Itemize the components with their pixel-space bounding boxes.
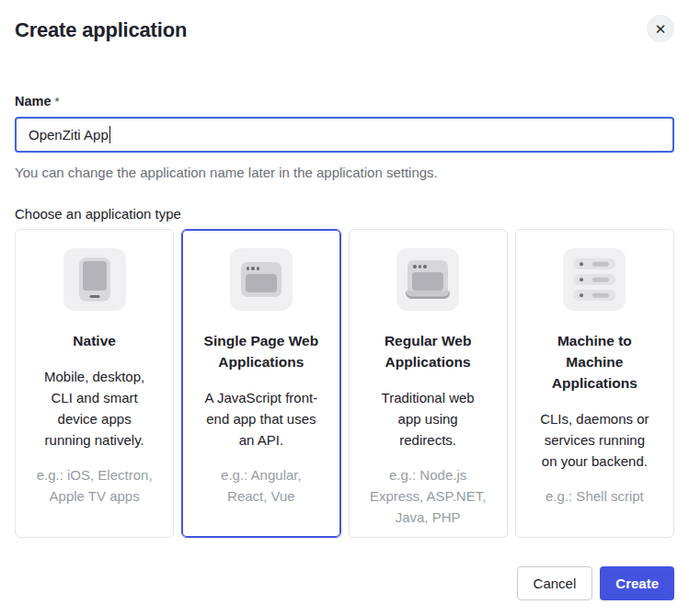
card-description: A JavaScript front-end app that uses an … [182,387,339,451]
card-example: e.g.: iOS, Electron, Apple TV apps [16,464,173,507]
close-icon: ✕ [655,22,667,36]
phone-icon [63,248,126,311]
name-input[interactable]: OpenZiti App [15,117,674,153]
page-title: Create application [15,15,187,42]
card-title: Machine to Machine Applications [516,330,673,394]
browser-window-icon [230,248,293,311]
required-asterisk: * [55,95,60,108]
card-description: Traditional web app using redirects. [350,387,507,451]
card-example: e.g.: Node.js Express, ASP.NET, Java, PH… [350,464,507,528]
card-regular-web[interactable]: Regular Web Applications Traditional web… [349,229,508,538]
name-label-text: Name [15,94,52,108]
modal-footer: Cancel Create [15,566,674,600]
name-label: Name * [15,94,674,108]
name-input-value: OpenZiti App [29,127,109,143]
card-example: e.g.: Shell script [516,485,673,507]
server-rack-icon [563,248,626,311]
card-description: Mobile, desktop, CLI and smart device ap… [16,366,173,451]
card-native[interactable]: Native Mobile, desktop, CLI and smart de… [15,229,174,538]
card-example: e.g.: Angular, React, Vue [182,464,339,507]
card-machine-to-machine[interactable]: Machine to Machine Applications CLIs, da… [515,229,674,538]
card-title: Native [16,330,173,351]
application-type-cards: Native Mobile, desktop, CLI and smart de… [15,229,674,538]
modal-header: Create application ✕ [15,15,674,44]
type-section-label: Choose an application type [15,206,674,222]
create-button[interactable]: Create [600,566,674,600]
card-title: Single Page Web Applications [182,330,339,372]
card-single-page-web[interactable]: Single Page Web Applications A JavaScrip… [181,229,340,538]
text-caret [109,126,111,143]
close-button[interactable]: ✕ [647,15,674,42]
card-description: CLIs, daemons or services running on you… [516,408,673,472]
create-application-modal: Create application ✕ Name * OpenZiti App… [0,0,689,600]
name-helper-text: You can change the application name late… [15,165,674,180]
card-title: Regular Web Applications [350,330,507,372]
web-server-icon [396,248,459,311]
cancel-button[interactable]: Cancel [517,566,593,600]
